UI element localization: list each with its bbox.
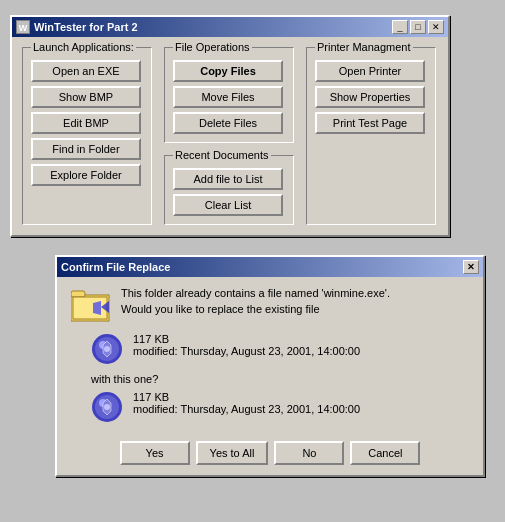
copy-files-button[interactable]: Copy Files	[173, 60, 283, 82]
app-icon: W	[16, 20, 30, 34]
center-column: File Operations Copy Files Move Files De…	[160, 43, 298, 229]
dialog-message-row: This folder already contains a file name…	[71, 287, 469, 323]
dialog-question: Would you like to replace the existing f…	[121, 303, 390, 315]
show-properties-button[interactable]: Show Properties	[315, 86, 425, 108]
recent-buttons: Add file to List Clear List	[173, 168, 285, 216]
svg-point-9	[104, 346, 110, 352]
maximize-button[interactable]: □	[410, 20, 426, 34]
new-file-size: 117 KB	[133, 391, 360, 403]
main-title-bar: W WinTester for Part 2 _ □ ✕	[12, 17, 448, 37]
file-ops-group: File Operations Copy Files Move Files De…	[164, 47, 294, 143]
explore-folder-button[interactable]: Explore Folder	[31, 164, 141, 186]
folder-icon	[71, 287, 111, 323]
no-button[interactable]: No	[274, 441, 344, 465]
recent-docs-title: Recent Documents	[173, 149, 271, 161]
printer-group-title: Printer Managment	[315, 41, 413, 53]
dialog-title-bar: Confirm File Replace ✕	[57, 257, 483, 277]
yes-to-all-button[interactable]: Yes to All	[196, 441, 269, 465]
move-files-button[interactable]: Move Files	[173, 86, 283, 108]
svg-rect-2	[73, 297, 107, 319]
add-file-button[interactable]: Add file to List	[173, 168, 283, 190]
cancel-button[interactable]: Cancel	[350, 441, 420, 465]
dialog-title: Confirm File Replace	[61, 261, 170, 273]
yes-button[interactable]: Yes	[120, 441, 190, 465]
recent-docs-group: Recent Documents Add file to List Clear …	[164, 155, 294, 225]
close-button[interactable]: ✕	[428, 20, 444, 34]
show-bmp-button[interactable]: Show BMP	[31, 86, 141, 108]
existing-file-icon	[91, 333, 123, 365]
new-file-row: 117 KB modified: Thursday, August 23, 20…	[91, 391, 469, 423]
dialog-content: This folder already contains a file name…	[57, 277, 483, 475]
new-file-icon	[91, 391, 123, 423]
dialog-close-button[interactable]: ✕	[463, 260, 479, 274]
launch-group-title: Launch Applications:	[31, 41, 136, 53]
svg-rect-1	[71, 291, 85, 297]
dialog-message: This folder already contains a file name…	[121, 287, 390, 299]
with-this-one-text: with this one?	[91, 373, 469, 385]
minimize-button[interactable]: _	[392, 20, 408, 34]
launch-buttons-col: Open an EXE Show BMP Edit BMP Find in Fo…	[31, 60, 143, 186]
main-window: W WinTester for Part 2 _ □ ✕ Launch Appl…	[10, 15, 450, 237]
existing-file-modified: modified: Thursday, August 23, 2001, 14:…	[133, 345, 360, 357]
new-file-modified: modified: Thursday, August 23, 2001, 14:…	[133, 403, 360, 415]
edit-bmp-button[interactable]: Edit BMP	[31, 112, 141, 134]
main-content: Launch Applications: Open an EXE Show BM…	[12, 37, 448, 235]
existing-file-size: 117 KB	[133, 333, 360, 345]
new-file-details: 117 KB modified: Thursday, August 23, 20…	[133, 391, 360, 415]
title-bar-left: W WinTester for Part 2	[16, 20, 138, 34]
dialog-buttons-row: Yes Yes to All No Cancel	[71, 433, 469, 465]
clear-list-button[interactable]: Clear List	[173, 194, 283, 216]
svg-point-14	[104, 404, 110, 410]
main-window-title: WinTester for Part 2	[34, 21, 138, 33]
file-ops-buttons: Copy Files Move Files Delete Files	[173, 60, 285, 134]
open-exe-button[interactable]: Open an EXE	[31, 60, 141, 82]
launch-group: Launch Applications: Open an EXE Show BM…	[22, 47, 152, 225]
svg-marker-4	[93, 301, 101, 315]
printer-buttons: Open Printer Show Properties Print Test …	[315, 60, 427, 134]
print-test-page-button[interactable]: Print Test Page	[315, 112, 425, 134]
open-printer-button[interactable]: Open Printer	[315, 60, 425, 82]
delete-files-button[interactable]: Delete Files	[173, 112, 283, 134]
find-in-folder-button[interactable]: Find in Folder	[31, 138, 141, 160]
confirm-dialog: Confirm File Replace ✕ This folder alrea…	[55, 255, 485, 477]
existing-file-details: 117 KB modified: Thursday, August 23, 20…	[133, 333, 360, 357]
dialog-message-text: This folder already contains a file name…	[121, 287, 390, 315]
existing-file-row: 117 KB modified: Thursday, August 23, 20…	[91, 333, 469, 365]
file-ops-title: File Operations	[173, 41, 252, 53]
title-bar-buttons: _ □ ✕	[392, 20, 444, 34]
printer-group: Printer Managment Open Printer Show Prop…	[306, 47, 436, 225]
